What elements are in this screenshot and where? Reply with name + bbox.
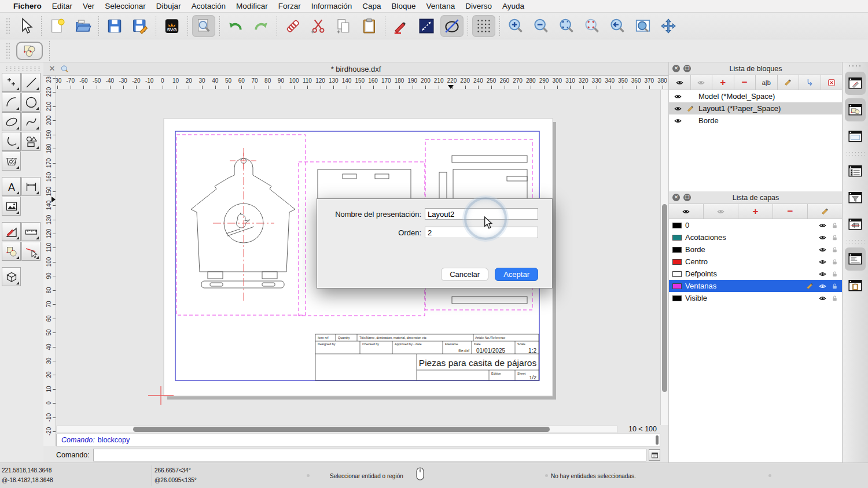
layer-lock-icon[interactable] [831,258,838,266]
block-panel-close-icon[interactable]: ✕ [672,65,680,72]
dock-command-line-button[interactable] [845,247,866,271]
layer-lock-icon[interactable] [831,221,838,230]
layer-lock-icon[interactable] [831,246,838,254]
menu-ventana[interactable]: Ventana [421,2,461,10]
layer-row[interactable]: Ventanas [669,280,843,292]
toolbar-drag-handle[interactable] [6,42,10,60]
zoom-previous-button[interactable] [606,15,629,37]
tool-arc-button[interactable] [2,93,21,112]
menu-bloque[interactable]: Bloque [387,2,421,10]
tool-3d-box-button[interactable] [2,267,21,286]
zoom-in-button[interactable] [504,15,527,37]
tool-points-button[interactable] [2,73,21,92]
block-visible-icon[interactable] [673,117,683,125]
tool-image-button[interactable] [2,197,21,216]
menu-diverso[interactable]: Diverso [460,2,497,10]
tool-hatch-button[interactable] [2,151,21,171]
menu-fichero[interactable]: Fichero [8,2,47,10]
pan-button[interactable] [657,15,680,37]
menu-ayuda[interactable]: Ayuda [497,2,529,10]
show-all-layers-button[interactable] [669,204,704,219]
menu-editar[interactable]: Editar [47,2,78,10]
layer-lock-icon[interactable] [831,234,838,242]
layer-lock-icon[interactable] [831,282,838,290]
layer-lock-icon[interactable] [831,270,838,278]
layer-visible-icon[interactable] [818,234,827,242]
dock-block-list-button[interactable] [845,98,866,121]
menu-ver[interactable]: Ver [78,2,100,10]
command-history-scrollbar[interactable] [656,435,659,445]
measure-distance-button[interactable] [415,15,438,37]
dock-filter-button[interactable] [845,186,866,209]
zoom-auto-button[interactable] [555,15,578,37]
layer-visible-icon[interactable] [818,294,827,302]
tool-shapes-button[interactable] [21,132,41,151]
zoom-out-button[interactable] [529,15,553,37]
add-layer-button[interactable]: + [738,204,773,219]
dock-pen-palette-button[interactable] [845,213,866,236]
tool-spline-button[interactable] [21,112,41,131]
dock-layer-list-button[interactable] [845,160,866,183]
command-options-button[interactable] [649,449,660,461]
layer-row[interactable]: Acotaciones [669,231,843,243]
open-file-button[interactable] [71,15,94,37]
layer-visible-icon[interactable] [818,270,827,278]
menu-modificar[interactable]: Modificar [231,2,273,10]
hide-all-layers-button[interactable] [704,204,738,219]
layer-visible-icon[interactable] [818,246,827,254]
cut-button[interactable] [307,15,330,37]
save-file-button[interactable] [103,15,126,37]
horizontal-scrollbar[interactable]: 10 < 100 [56,425,660,434]
layer-row[interactable]: Visible [669,292,843,304]
block-row[interactable]: Model (*Model_Space) [669,90,843,102]
block-panel-float-icon[interactable]: ❐ [683,65,691,72]
show-all-blocks-button[interactable] [669,75,691,90]
layer-row[interactable]: 0 [669,219,843,231]
delete-block-button[interactable] [821,75,843,90]
print-preview-button[interactable] [192,15,215,37]
dock-library-browser-button[interactable] [845,72,866,95]
menu-informacion[interactable]: Información [306,2,358,10]
layer-visible-icon[interactable] [818,221,827,230]
tool-line-button[interactable] [21,73,41,92]
zoom-window-button[interactable] [631,15,654,37]
layer-panel-close-icon[interactable]: ✕ [672,194,680,201]
layer-visible-icon[interactable] [818,282,827,290]
remove-layer-button[interactable]: − [773,204,808,219]
menu-seleccionar[interactable]: Seleccionar [100,2,151,10]
layout-order-input[interactable] [425,227,538,238]
insert-block-button[interactable] [799,75,821,90]
tool-text-button[interactable] [2,177,21,196]
command-input[interactable] [93,449,646,461]
block-visibility-button[interactable] [16,42,43,60]
layer-visible-icon[interactable] [818,258,827,266]
block-row[interactable]: Layout1 (*Paper_Space) [669,102,843,114]
delete-eraser-button[interactable] [281,15,304,37]
menu-capa[interactable]: Capa [357,2,386,10]
vertical-scrollbar[interactable] [660,90,668,425]
edit-block-button[interactable] [778,75,800,90]
menu-acotacion[interactable]: Acotación [186,2,231,10]
dock-clipboard-button[interactable] [845,274,866,297]
edit-pen-button[interactable] [389,15,413,37]
tool-dimension-button[interactable] [21,177,41,196]
menu-dibujar[interactable]: Dibujar [151,2,186,10]
remove-block-button[interactable]: − [734,75,756,90]
layer-panel-float-icon[interactable]: ❐ [683,194,691,201]
undo-button[interactable] [224,15,247,37]
layout-name-input[interactable] [425,208,538,220]
layer-row[interactable]: Borde [669,243,843,256]
tool-circle-button[interactable] [21,93,41,112]
tool-select-button[interactable] [21,242,41,261]
grid-toggle-button[interactable] [472,15,495,37]
block-visible-icon[interactable] [673,105,683,113]
layer-row[interactable]: Defpoints [669,268,843,280]
block-row[interactable]: Borde [669,114,843,127]
dock-preview-button[interactable] [845,125,866,148]
edit-layer-button[interactable] [808,204,843,219]
accept-button[interactable]: Aceptar [495,268,538,281]
export-svg-button[interactable] [160,15,183,37]
tool-polyline-button[interactable] [2,132,21,151]
layer-row[interactable]: Centro [669,256,843,268]
copy-button[interactable] [332,15,355,37]
